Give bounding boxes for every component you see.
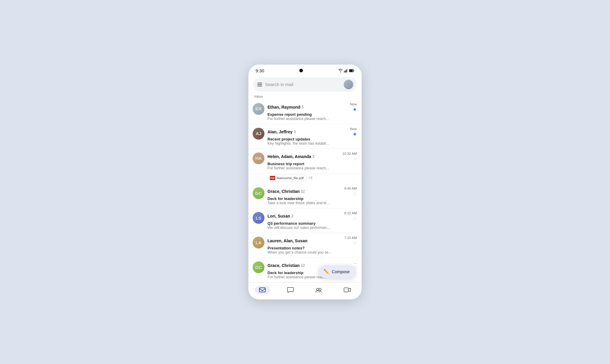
mail-sender: Lauren, Alan, Susan	[267, 238, 307, 243]
battery-icon	[349, 69, 354, 72]
mail-time: Now	[350, 102, 357, 106]
compose-label: Compose	[332, 269, 350, 274]
mail-sender: Lori, Susan	[267, 214, 290, 218]
mail-avatar: ER	[253, 103, 264, 115]
mail-subject: Recent project updates	[267, 137, 357, 141]
mail-item[interactable]: GCGrace, Christian129:40 AM☆Deck for lea…	[248, 184, 362, 208]
mail-time: 9:40 AM	[344, 187, 357, 190]
compose-icon: ✏️	[323, 269, 329, 274]
mail-meta-right: Now★	[348, 127, 357, 137]
attachment-more: +9	[309, 176, 312, 179]
mail-count: 2	[291, 214, 293, 218]
mail-content: Lori, Susan28:22 AM☆Q3 performance summa…	[267, 211, 357, 230]
mail-item[interactable]: HAHelen, Adam, Amanda310:32 AM☆Business …	[248, 149, 362, 174]
hamburger-menu-icon[interactable]	[257, 83, 262, 86]
mail-preview: We will discuss our sales performan...	[267, 226, 357, 230]
mail-item[interactable]: AJAlan, Jeffrey3Now★Recent project updat…	[248, 124, 362, 149]
mail-preview: For further assistance please reach...	[267, 166, 357, 170]
user-avatar[interactable]	[344, 80, 353, 89]
attachment-chip[interactable]: PDFAwesome_file.pdf	[267, 175, 307, 181]
meet-nav-icon	[344, 287, 351, 293]
mail-header-row: Lauren, Alan, Susan7:15 AM☆	[267, 236, 357, 246]
mail-time: ...	[354, 261, 357, 264]
avatar-initials: AJ	[253, 128, 264, 140]
mail-sender: Helen, Adam, Amanda	[267, 154, 311, 159]
mail-sender: Grace, Christian	[267, 263, 300, 268]
avatar-image	[344, 80, 353, 89]
mail-content: Helen, Adam, Amanda310:32 AM☆Business tr…	[267, 152, 357, 170]
chat-nav-icon	[287, 287, 294, 293]
svg-rect-2	[346, 69, 347, 73]
mail-meta-right: 7:15 AM☆	[342, 236, 357, 246]
mail-sender: Ethan, Raymond	[267, 105, 300, 110]
mail-time: Now	[350, 127, 357, 131]
avatar-initials: HA	[253, 152, 264, 164]
mail-avatar: GC	[253, 187, 264, 199]
status-icons	[338, 68, 354, 73]
svg-rect-3	[347, 69, 348, 73]
mail-time: 10:32 AM	[342, 152, 357, 155]
nav-item-mail[interactable]	[255, 286, 270, 294]
mail-item[interactable]: LSLori, Susan28:22 AM☆Q3 performance sum…	[248, 208, 362, 233]
attachment-area: PDFAwesome_file.pdf+9	[248, 174, 362, 184]
star-icon[interactable]: ★	[353, 107, 357, 112]
svg-rect-9	[344, 288, 348, 292]
mail-item[interactable]: LALauren, Alan, Susan7:15 AM☆Presentatio…	[248, 233, 362, 258]
mail-subject: Presentation notes?	[267, 246, 357, 250]
spaces-nav-icon	[315, 287, 322, 293]
star-icon[interactable]: ☆	[353, 191, 357, 196]
mail-time: 7:15 AM	[344, 236, 357, 240]
mail-item[interactable]: EREthan, Raymond5Now★Expense report pend…	[248, 99, 362, 124]
mail-meta-right: Now★	[348, 102, 357, 112]
mail-content: Grace, Christian129:40 AM☆Deck for leade…	[267, 187, 357, 205]
mail-meta-right: 9:40 AM☆	[342, 187, 357, 196]
mail-subject: Q3 performance summary	[267, 221, 357, 226]
mail-count: 3	[294, 130, 296, 134]
mail-count: 12	[301, 189, 305, 193]
status-bar: 9:30	[248, 65, 362, 76]
svg-rect-5	[349, 70, 353, 72]
attachment-name: Awesome_file.pdf	[277, 176, 304, 180]
compose-fab[interactable]: ✏️ Compose	[319, 265, 356, 278]
mail-time: 8:22 AM	[344, 211, 357, 215]
avatar-initials: LS	[253, 212, 264, 224]
svg-rect-1	[345, 70, 346, 72]
search-bar[interactable]: Search in mail	[253, 77, 357, 92]
mail-content: Ethan, Raymond5Now★Expense report pendin…	[267, 102, 357, 121]
wifi-icon	[338, 69, 343, 72]
mail-subject: Business trip report	[267, 162, 357, 166]
section-label: Inbox	[248, 92, 362, 99]
mail-meta-right: 8:22 AM☆	[342, 211, 357, 221]
mail-avatar: LS	[253, 212, 264, 224]
mail-avatar: GC	[253, 261, 264, 273]
mail-content: Lauren, Alan, Susan7:15 AM☆Presentation …	[267, 236, 357, 254]
mail-header-row: Lori, Susan28:22 AM☆	[267, 211, 357, 221]
star-icon[interactable]: ★	[353, 132, 357, 137]
nav-item-chat[interactable]	[283, 286, 298, 294]
mail-header-row: Alan, Jeffrey3Now★	[267, 127, 357, 137]
mail-header-row: Helen, Adam, Amanda310:32 AM☆	[267, 152, 357, 161]
avatar-initials: GC	[253, 261, 264, 273]
phone-frame: 9:30	[248, 65, 362, 300]
star-icon[interactable]: ☆	[353, 157, 357, 161]
search-placeholder: Search in mail	[265, 82, 341, 87]
mail-header-row: Grace, Christian129:40 AM☆	[267, 187, 357, 196]
star-icon[interactable]: ☆	[353, 241, 357, 246]
mail-meta-right: 10:32 AM☆	[340, 152, 357, 161]
mail-preview: Key highlights: the team has establi...	[267, 141, 357, 146]
avatar-initials: LA	[253, 237, 264, 249]
avatar-initials: ER	[253, 103, 264, 115]
avatar-initials: GC	[253, 187, 264, 199]
star-icon[interactable]: ☆	[353, 216, 357, 221]
nav-item-meet[interactable]	[340, 286, 355, 294]
signal-icon	[344, 68, 348, 73]
svg-point-7	[317, 288, 319, 290]
svg-rect-6	[259, 288, 265, 292]
nav-item-spaces[interactable]	[311, 286, 326, 294]
mail-count: 5	[301, 105, 304, 109]
mail-sender: Grace, Christian	[267, 189, 300, 194]
mail-subject: Expense report pending	[267, 112, 357, 117]
mail-content: Alan, Jeffrey3Now★Recent project updates…	[267, 127, 357, 146]
svg-point-8	[319, 288, 321, 290]
mail-header-row: Ethan, Raymond5Now★	[267, 102, 357, 112]
